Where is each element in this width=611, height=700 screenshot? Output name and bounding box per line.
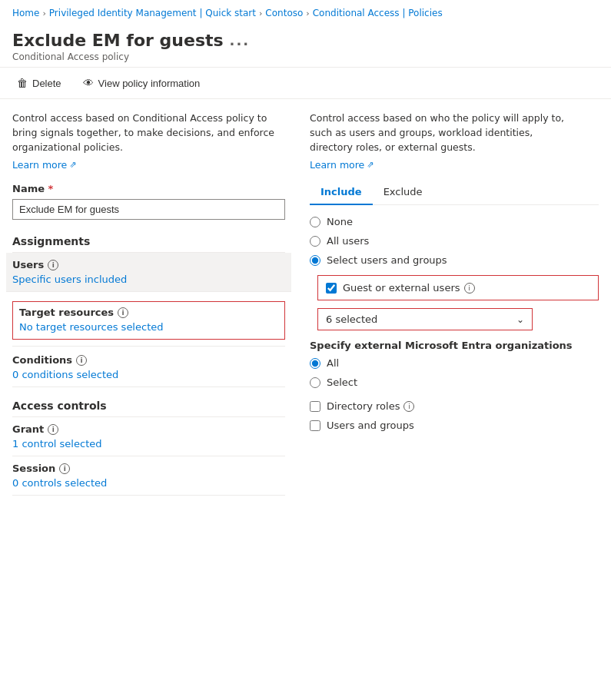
directory-roles-label: Directory roles i — [327, 400, 414, 412]
delete-icon: 🗑 — [17, 77, 28, 89]
toolbar: 🗑 Delete 👁 View policy information — [0, 67, 611, 99]
session-info-icon[interactable]: i — [59, 463, 70, 474]
radio-all-users-label: All users — [327, 235, 369, 247]
radio-entra-all[interactable]: All — [310, 357, 599, 369]
right-external-link-icon: ⇗ — [367, 160, 374, 170]
session-value[interactable]: 0 controls selected — [12, 477, 285, 489]
view-policy-button[interactable]: 👁 View policy information — [78, 74, 205, 92]
access-controls-heading: Access controls — [12, 400, 285, 417]
conditions-info-icon[interactable]: i — [76, 355, 87, 366]
left-learn-more-link[interactable]: Learn more ⇗ — [12, 159, 77, 171]
name-label: Name * — [12, 183, 285, 194]
radio-none-input[interactable] — [310, 217, 320, 227]
guest-external-checkbox-row: Guest or external users i — [326, 282, 590, 294]
guest-external-info-icon[interactable]: i — [464, 283, 475, 294]
delete-button[interactable]: 🗑 Delete — [12, 74, 66, 92]
page-header: Exclude EM for guests ... Conditional Ac… — [0, 25, 611, 67]
specify-entra-label: Specify external Microsoft Entra organiz… — [310, 340, 599, 351]
users-assignment: Users i Specific users included — [6, 253, 291, 292]
selected-count-dropdown-container: 6 selected ⌄ — [317, 308, 599, 330]
selected-count-dropdown[interactable]: 6 selected ⌄ — [317, 308, 533, 330]
name-section: Name * — [12, 183, 285, 220]
eye-icon: 👁 — [83, 77, 94, 89]
entra-radio-group: All Select — [310, 357, 599, 388]
breadcrumb-contoso[interactable]: Contoso — [265, 8, 303, 18]
users-groups-checkbox[interactable] — [310, 420, 320, 431]
specify-entra-section: Specify external Microsoft Entra organiz… — [310, 340, 599, 388]
radio-entra-all-label: All — [327, 357, 339, 369]
users-info-icon[interactable]: i — [48, 260, 58, 270]
right-learn-more-link[interactable]: Learn more ⇗ — [310, 159, 374, 171]
radio-none[interactable]: None — [310, 216, 599, 227]
users-groups-label: Users and groups — [327, 420, 414, 431]
left-description: Control access based on Conditional Acce… — [12, 111, 285, 154]
directory-roles-row: Directory roles i — [310, 400, 599, 412]
tab-bar: Include Exclude — [310, 180, 599, 205]
directory-roles-info-icon[interactable]: i — [403, 401, 414, 412]
selected-count-text: 6 selected — [326, 314, 377, 325]
tab-exclude[interactable]: Exclude — [373, 180, 433, 205]
users-groups-row: Users and groups — [310, 420, 599, 431]
more-options-icon[interactable]: ... — [230, 32, 251, 48]
grant-info-icon[interactable]: i — [48, 424, 58, 435]
page-title: Exclude EM for guests — [12, 31, 224, 50]
required-indicator: * — [48, 183, 54, 194]
breadcrumb-pim[interactable]: Privileged Identity Management | Quick s… — [49, 8, 256, 18]
grant-assignment: Grant i 1 control selected — [12, 417, 285, 456]
radio-entra-select-label: Select — [327, 377, 357, 388]
radio-all-users-input[interactable] — [310, 236, 320, 247]
guest-external-section: Guest or external users i — [317, 275, 599, 300]
radio-select-users[interactable]: Select users and groups — [310, 254, 599, 266]
assignments-heading: Assignments — [12, 235, 285, 253]
target-resources-info-icon[interactable]: i — [118, 307, 128, 318]
breadcrumb: Home › Privileged Identity Management | … — [0, 0, 611, 25]
user-type-radio-group: None All users Select users and groups — [310, 216, 599, 266]
breadcrumb-ca-policies[interactable]: Conditional Access | Policies — [313, 8, 443, 18]
left-column: Control access based on Conditional Acce… — [12, 111, 285, 496]
session-assignment: Session i 0 controls selected — [12, 456, 285, 496]
conditions-value[interactable]: 0 conditions selected — [12, 369, 285, 380]
users-value[interactable]: Specific users included — [12, 274, 285, 285]
chevron-down-icon: ⌄ — [516, 314, 524, 325]
tab-include[interactable]: Include — [310, 180, 373, 205]
radio-none-label: None — [327, 216, 353, 227]
grant-value[interactable]: 1 control selected — [12, 438, 285, 450]
right-description: Control access based on who the policy w… — [310, 111, 571, 154]
right-column: Control access based on who the policy w… — [310, 111, 599, 496]
conditions-assignment: Conditions i 0 conditions selected — [12, 347, 285, 387]
radio-select-users-label: Select users and groups — [327, 254, 447, 266]
radio-entra-select[interactable]: Select — [310, 377, 599, 388]
page-subtitle: Conditional Access policy — [12, 51, 599, 62]
guest-external-label: Guest or external users i — [343, 282, 475, 294]
radio-entra-select-input[interactable] — [310, 377, 320, 388]
policy-name-input[interactable] — [12, 199, 285, 220]
main-content: Control access based on Conditional Acce… — [0, 99, 611, 508]
target-resources-box: Target resources i No target resources s… — [12, 301, 285, 340]
breadcrumb-home[interactable]: Home — [12, 8, 39, 18]
target-resources-value[interactable]: No target resources selected — [19, 321, 278, 333]
radio-select-users-input[interactable] — [310, 255, 320, 266]
guest-external-checkbox[interactable] — [326, 283, 337, 294]
external-link-icon: ⇗ — [69, 160, 76, 170]
directory-roles-checkbox[interactable] — [310, 401, 320, 412]
other-options-group: Directory roles i Users and groups — [310, 400, 599, 431]
target-resources-assignment: Target resources i No target resources s… — [12, 292, 285, 347]
radio-entra-all-input[interactable] — [310, 358, 320, 369]
radio-all-users[interactable]: All users — [310, 235, 599, 247]
